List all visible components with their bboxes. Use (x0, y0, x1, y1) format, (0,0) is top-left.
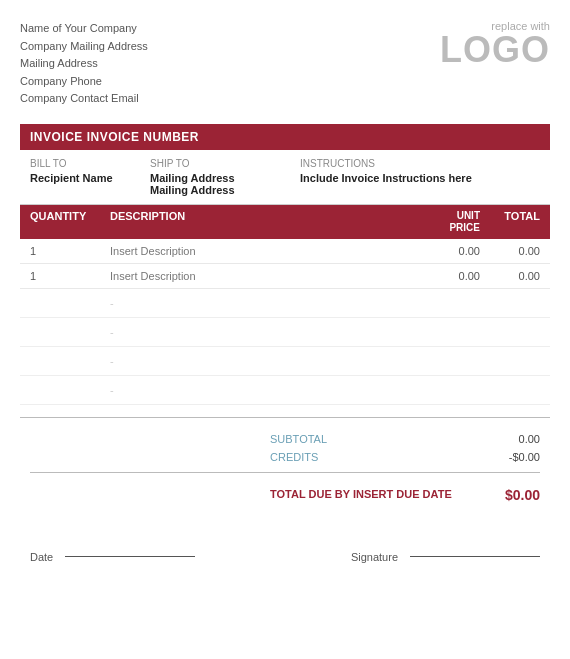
table-row-empty: - (20, 376, 550, 405)
logo-text: LOGO (440, 29, 550, 70)
total-due-label: TOTAL DUE BY INSERT DUE DATE (270, 487, 470, 501)
invoice-header: Name of Your Company Company Mailing Add… (20, 20, 550, 108)
date-field: Date (30, 551, 195, 563)
credits-row: CREDITS -$0.00 (20, 448, 550, 466)
col-description-header: DESCRIPTION (110, 210, 400, 234)
invoice-document: Name of Your Company Company Mailing Add… (0, 0, 570, 659)
col-unit-price-header: UNIT PRICE (400, 210, 480, 234)
credits-label: CREDITS (270, 451, 470, 463)
item-quantity: 1 (30, 245, 110, 257)
date-line (65, 556, 195, 557)
section-divider (20, 417, 550, 418)
table-row-empty: - (20, 289, 550, 318)
item-unit-price: 0.00 (400, 270, 480, 282)
bsi-values: Recipient Name Mailing Address Mailing A… (20, 172, 550, 196)
totals-divider (30, 472, 540, 473)
company-info: Name of Your Company Company Mailing Add… (20, 20, 148, 108)
signature-line (410, 556, 540, 557)
credits-value: -$0.00 (470, 451, 540, 463)
subtotal-label: SUBTOTAL (270, 433, 470, 445)
col-total-header: TOTAL (480, 210, 540, 234)
invoice-title: INVOICE INVOICE NUMBER (30, 130, 199, 144)
bsi-headers: BILL TO SHIP TO INSTRUCTIONS (20, 158, 550, 169)
date-label: Date (30, 551, 53, 563)
mailing-address1: Mailing Address (150, 172, 235, 184)
bill-to-label: BILL TO (30, 158, 150, 169)
subtotal-row: SUBTOTAL 0.00 (20, 430, 550, 448)
subtotal-value: 0.00 (470, 433, 540, 445)
total-due-value: $0.00 (470, 487, 540, 503)
instructions-label: INSTRUCTIONS (300, 158, 540, 169)
item-total: 0.00 (480, 270, 540, 282)
col-quantity-header: QUANTITY (30, 210, 110, 234)
table-row-empty: - (20, 347, 550, 376)
ship-to-label: SHIP TO (150, 158, 300, 169)
table-row: 1 Insert Description 0.00 0.00 (20, 239, 550, 264)
company-address1: Company Mailing Address (20, 40, 148, 52)
invoice-title-bar: INVOICE INVOICE NUMBER (20, 124, 550, 150)
bill-ship-section: BILL TO SHIP TO INSTRUCTIONS Recipient N… (20, 150, 550, 205)
item-quantity: 1 (30, 270, 110, 282)
signature-field: Signature (351, 551, 540, 563)
logo-area: replace with LOGO (440, 20, 550, 68)
company-email: Company Contact Email (20, 92, 139, 104)
invoice-footer: Date Signature (20, 551, 550, 563)
recipient-name: Recipient Name (30, 172, 150, 196)
totals-section: SUBTOTAL 0.00 CREDITS -$0.00 TOTAL DUE B… (20, 430, 550, 511)
company-phone: Company Phone (20, 75, 102, 87)
items-table-header: QUANTITY DESCRIPTION UNIT PRICE TOTAL (20, 205, 550, 239)
table-row: 1 Insert Description 0.00 0.00 (20, 264, 550, 289)
item-total: 0.00 (480, 245, 540, 257)
signature-label: Signature (351, 551, 398, 563)
item-description: Insert Description (110, 245, 400, 257)
item-description: Insert Description (110, 270, 400, 282)
instructions-text: Include Invoice Instructions here (300, 172, 540, 196)
total-due-row: TOTAL DUE BY INSERT DUE DATE $0.00 (20, 479, 550, 511)
mailing-addresses: Mailing Address Mailing Address (150, 172, 300, 196)
table-row-empty: - (20, 318, 550, 347)
company-address2: Mailing Address (20, 57, 98, 69)
item-unit-price: 0.00 (400, 245, 480, 257)
company-name: Name of Your Company (20, 22, 137, 34)
mailing-address2: Mailing Address (150, 184, 235, 196)
